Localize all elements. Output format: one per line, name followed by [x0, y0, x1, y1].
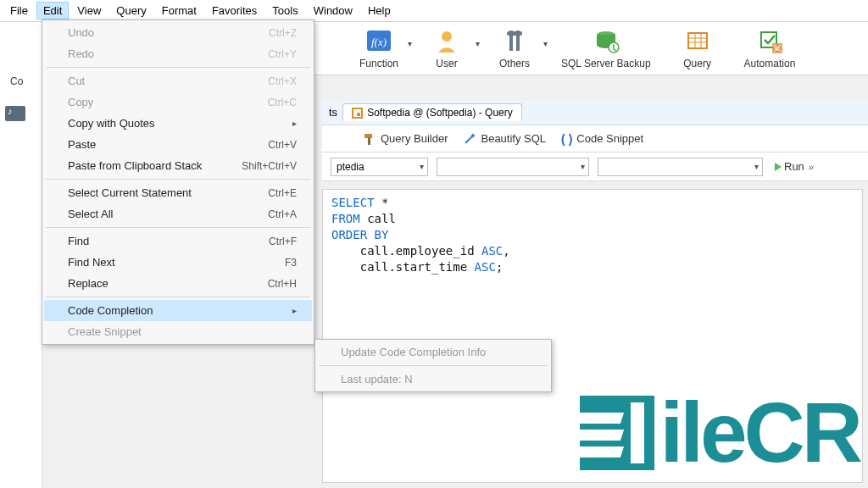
submenu-last-update: Last update: N [317, 369, 549, 390]
chevron-right-icon: ▸ [292, 119, 297, 128]
user-icon [433, 27, 460, 54]
menu-undo[interactable]: UndoCtrl+Z [44, 22, 312, 43]
paren-icon: ( ) [561, 132, 572, 146]
menu-redo[interactable]: RedoCtrl+Y [44, 43, 312, 64]
svg-text:f(x): f(x) [371, 36, 387, 48]
chevron-down-icon[interactable]: ▾ [476, 39, 480, 48]
others-button[interactable]: Others ▾ [493, 27, 536, 69]
query-builder-button[interactable]: Query Builder [363, 132, 448, 146]
run-button[interactable]: Run » [775, 160, 815, 173]
menu-find-next[interactable]: Find NextF3 [44, 252, 312, 273]
query-tab[interactable]: Softpedia @ (Softpedia) - Query [342, 103, 522, 121]
svg-rect-5 [507, 31, 522, 36]
menu-paste-clipboard[interactable]: Paste from Clipboard StackShift+Ctrl+V [44, 155, 312, 176]
tab-title: Softpedia @ (Softpedia) - Query [367, 107, 513, 119]
menu-tools[interactable]: Tools [265, 2, 304, 19]
table-icon [352, 108, 363, 119]
menu-help[interactable]: Help [361, 2, 398, 19]
menu-paste[interactable]: PasteCtrl+V [44, 134, 312, 155]
tools-icon [501, 27, 528, 54]
edit-menu: UndoCtrl+Z RedoCtrl+Y CutCtrl+X CopyCtrl… [42, 19, 314, 345]
beautify-sql-button[interactable]: Beautify SQL [463, 132, 546, 146]
play-icon [775, 163, 782, 171]
code-snippet-button[interactable]: ( ) Code Snippet [561, 132, 643, 146]
code-completion-submenu: Update Code Completion Info Last update:… [314, 339, 552, 392]
menu-format[interactable]: Format [155, 2, 203, 19]
menu-select-statement[interactable]: Select Current StatementCtrl+E [44, 182, 312, 203]
menu-view[interactable]: View [70, 2, 108, 19]
svg-line-21 [465, 136, 473, 143]
select-row: ptedia Run » [322, 152, 868, 181]
menu-cut[interactable]: CutCtrl+X [44, 70, 312, 92]
menu-edit[interactable]: Edit [36, 2, 69, 19]
submenu-update[interactable]: Update Code Completion Info [317, 341, 549, 363]
menu-window[interactable]: Window [307, 2, 359, 19]
menu-copy-quotes[interactable]: Copy with Quotes▸ [44, 113, 312, 134]
menu-query[interactable]: Query [109, 2, 153, 19]
svg-point-2 [442, 31, 452, 42]
chevron-right-icon: ▸ [292, 306, 297, 315]
menu-replace[interactable]: ReplaceCtrl+H [44, 273, 312, 294]
hammer-icon [363, 132, 376, 146]
chevron-down-icon[interactable]: ▾ [543, 39, 548, 48]
menu-select-all[interactable]: Select AllCtrl+A [44, 203, 312, 225]
function-button[interactable]: f(x) Function ▾ [358, 27, 400, 69]
menu-find[interactable]: FindCtrl+F [44, 230, 312, 252]
database-select[interactable]: ptedia [331, 158, 428, 176]
query-toolbar: Query Builder Beautify SQL ( ) Code Snip… [322, 125, 868, 152]
chevron-down-icon[interactable]: ▾ [408, 39, 412, 48]
backup-button[interactable]: SQL Server Backup [561, 27, 651, 69]
query-icon [684, 27, 711, 54]
svg-rect-20 [368, 137, 370, 145]
connection-icon[interactable] [5, 106, 25, 121]
menu-create-snippet[interactable]: Create Snippet [44, 321, 312, 342]
left-sidebar: Co [0, 30, 42, 488]
user-button[interactable]: User ▾ [426, 27, 468, 69]
schema-select[interactable] [437, 158, 589, 176]
automation-button[interactable]: Automation [744, 27, 796, 69]
query-button[interactable]: Query [676, 27, 719, 69]
object-select[interactable] [598, 158, 763, 176]
run-more-icon[interactable]: » [809, 162, 815, 172]
wand-icon [463, 132, 476, 146]
automation-icon [756, 27, 783, 54]
tab-ts[interactable]: ts [329, 106, 337, 119]
menu-copy[interactable]: CopyCtrl+C [44, 92, 312, 113]
left-label: Co [0, 30, 42, 87]
tab-bar: ts Softpedia @ (Softpedia) - Query [322, 100, 868, 125]
menu-code-completion[interactable]: Code Completion▸ [44, 300, 312, 321]
function-icon: f(x) [365, 27, 392, 54]
svg-rect-9 [689, 34, 706, 47]
sql-editor[interactable]: SELECT * FROM call ORDER BY call.employe… [322, 189, 863, 483]
menu-favorites[interactable]: Favorites [205, 2, 264, 19]
menu-file[interactable]: File [3, 2, 35, 19]
backup-icon [593, 27, 620, 54]
